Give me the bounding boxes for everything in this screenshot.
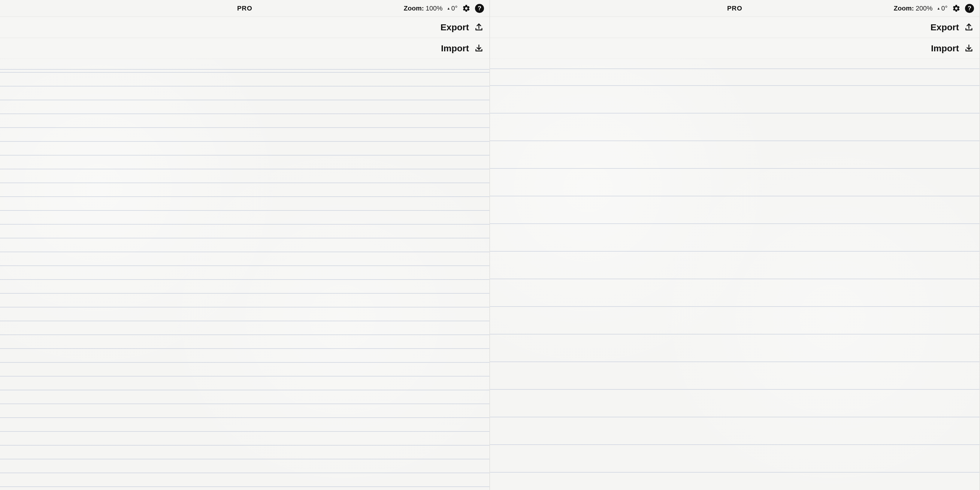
pane-left: PRO Zoom: 100% ▲ 0° ? Export bbox=[0, 0, 490, 490]
zoom-value: 100% bbox=[426, 5, 442, 12]
paper-canvas[interactable] bbox=[0, 59, 489, 490]
app-title: PRO bbox=[237, 5, 253, 12]
zoom-control[interactable]: Zoom: 200% bbox=[894, 5, 932, 12]
rotation-control[interactable]: ▲ 0° bbox=[937, 5, 948, 12]
import-button[interactable]: Import bbox=[0, 38, 489, 59]
help-button[interactable]: ? bbox=[475, 4, 484, 13]
rotation-indicator-icon: ▲ bbox=[447, 6, 450, 10]
paper-canvas[interactable] bbox=[490, 59, 979, 490]
export-label: Export bbox=[931, 22, 959, 32]
rotation-value: 0° bbox=[941, 5, 948, 12]
toolbar-right-group: Zoom: 100% ▲ 0° ? bbox=[404, 4, 484, 13]
settings-button[interactable] bbox=[462, 4, 471, 13]
export-icon bbox=[474, 23, 484, 32]
export-label: Export bbox=[441, 22, 469, 32]
export-button[interactable]: Export bbox=[0, 17, 489, 38]
help-button[interactable]: ? bbox=[965, 4, 974, 13]
gear-icon bbox=[462, 4, 471, 13]
zoom-value: 200% bbox=[916, 5, 932, 12]
zoom-label: Zoom: bbox=[894, 5, 914, 12]
import-icon bbox=[964, 44, 974, 53]
settings-button[interactable] bbox=[952, 4, 961, 13]
import-button[interactable]: Import bbox=[490, 38, 979, 59]
import-icon bbox=[474, 44, 484, 53]
import-label: Import bbox=[441, 43, 469, 53]
help-icon: ? bbox=[478, 5, 481, 12]
zoom-label: Zoom: bbox=[404, 5, 424, 12]
rotation-control[interactable]: ▲ 0° bbox=[447, 5, 458, 12]
pane-right: PRO Zoom: 200% ▲ 0° ? Export bbox=[490, 0, 980, 490]
zoom-control[interactable]: Zoom: 100% bbox=[404, 5, 442, 12]
help-icon: ? bbox=[968, 5, 971, 12]
top-toolbar: PRO Zoom: 100% ▲ 0° ? bbox=[0, 0, 489, 17]
export-button[interactable]: Export bbox=[490, 17, 979, 38]
app-title: PRO bbox=[727, 5, 743, 12]
top-toolbar: PRO Zoom: 200% ▲ 0° ? bbox=[490, 0, 979, 17]
rotation-value: 0° bbox=[451, 5, 458, 12]
io-actions: Export Import bbox=[0, 17, 489, 59]
io-actions: Export Import bbox=[490, 17, 979, 59]
toolbar-right-group: Zoom: 200% ▲ 0° ? bbox=[894, 4, 974, 13]
gear-icon bbox=[952, 4, 961, 13]
rotation-indicator-icon: ▲ bbox=[937, 6, 940, 10]
export-icon bbox=[964, 23, 974, 32]
import-label: Import bbox=[931, 43, 959, 53]
